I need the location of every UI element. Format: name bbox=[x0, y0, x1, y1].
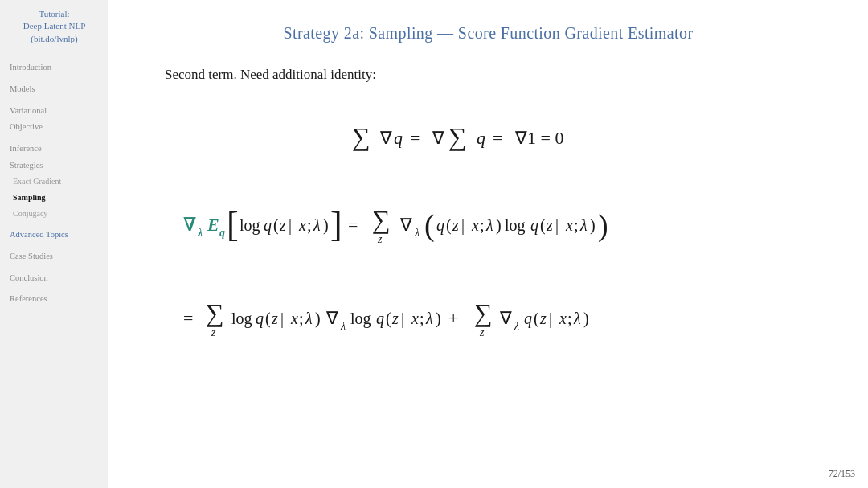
equation-1: ∑ ∇ q = ∇ ∑ q = ∇1 = 0 bbox=[149, 113, 828, 166]
equation-3: = ∑ z log q ( z | x ; λ ) ∇ λ log q ( z … bbox=[149, 288, 828, 352]
svg-text:λ: λ bbox=[414, 227, 420, 239]
svg-text:(: ( bbox=[273, 216, 279, 235]
svg-text:λ: λ bbox=[197, 227, 203, 239]
svg-text:log: log bbox=[350, 310, 371, 328]
svg-text:(: ( bbox=[534, 310, 539, 328]
sidebar-title: Tutorial: Deep Latent NLP (bit.do/lvnlp) bbox=[6, 8, 102, 45]
svg-text:;: ; bbox=[567, 310, 572, 327]
sidebar: Tutorial: Deep Latent NLP (bit.do/lvnlp)… bbox=[0, 0, 108, 488]
svg-text:z: z bbox=[271, 310, 278, 327]
svg-text:): ) bbox=[315, 310, 321, 328]
svg-text:∑: ∑ bbox=[474, 298, 493, 327]
sidebar-item-sampling[interactable]: Sampling bbox=[6, 190, 102, 206]
svg-text:∇1 = 0: ∇1 = 0 bbox=[514, 128, 563, 148]
svg-text:q: q bbox=[524, 310, 532, 328]
svg-text:|: | bbox=[401, 310, 404, 328]
svg-text:;: ; bbox=[307, 216, 312, 234]
svg-text:q: q bbox=[256, 310, 264, 328]
svg-text:=: = bbox=[410, 128, 420, 148]
svg-text:∇: ∇ bbox=[183, 215, 196, 235]
sidebar-item-models[interactable]: Models bbox=[6, 81, 102, 98]
svg-text:z: z bbox=[391, 310, 399, 327]
svg-text:∑: ∑ bbox=[206, 298, 224, 327]
svg-text:): ) bbox=[590, 216, 596, 235]
svg-text:λ: λ bbox=[514, 320, 519, 332]
svg-text:q: q bbox=[394, 128, 403, 148]
svg-text:λ: λ bbox=[485, 216, 493, 234]
svg-text:;: ; bbox=[420, 310, 424, 327]
svg-text:q: q bbox=[264, 216, 272, 235]
svg-text:q: q bbox=[219, 227, 225, 239]
svg-text:λ: λ bbox=[340, 320, 346, 332]
svg-text:(: ( bbox=[265, 310, 271, 328]
svg-text:]: ] bbox=[330, 205, 342, 244]
sidebar-item-variational[interactable]: Variational bbox=[6, 103, 102, 120]
page-indicator: 72/153 bbox=[829, 468, 855, 480]
svg-text:x: x bbox=[559, 310, 567, 327]
svg-text:|: | bbox=[289, 216, 292, 235]
svg-text:|: | bbox=[280, 310, 284, 328]
svg-text:∇: ∇ bbox=[326, 308, 338, 328]
svg-text:q: q bbox=[436, 216, 444, 235]
sidebar-item-case-studies[interactable]: Case Studies bbox=[6, 248, 102, 265]
sidebar-item-conclusion[interactable]: Conclusion bbox=[6, 270, 102, 287]
sidebar-item-objective[interactable]: Objective bbox=[6, 119, 102, 136]
svg-text:λ: λ bbox=[425, 310, 433, 327]
svg-text:z: z bbox=[546, 216, 553, 234]
svg-text:λ: λ bbox=[313, 216, 321, 234]
svg-text:q: q bbox=[376, 310, 384, 328]
sidebar-title-line1: Tutorial: bbox=[39, 9, 69, 18]
svg-text:z: z bbox=[279, 216, 286, 234]
svg-text:): ) bbox=[323, 216, 329, 235]
svg-text:z: z bbox=[452, 216, 459, 234]
sidebar-item-exact-gradient[interactable]: Exact Gradient bbox=[6, 174, 102, 190]
svg-text:(: ( bbox=[386, 310, 391, 328]
svg-text:∇: ∇ bbox=[499, 308, 512, 328]
svg-text:q: q bbox=[477, 128, 485, 148]
svg-text:;: ; bbox=[480, 216, 485, 234]
sidebar-item-inference[interactable]: Inference bbox=[6, 141, 102, 158]
main-content: Strategy 2a: Sampling — Score Function G… bbox=[108, 0, 868, 488]
svg-text:z: z bbox=[479, 326, 485, 338]
svg-text:∇: ∇ bbox=[399, 215, 412, 235]
sidebar-item-strategies[interactable]: Strategies bbox=[6, 158, 102, 174]
svg-text:[: [ bbox=[227, 205, 239, 244]
slide-title: Strategy 2a: Sampling — Score Function G… bbox=[149, 24, 828, 43]
svg-text:=: = bbox=[493, 128, 502, 148]
svg-text:;: ; bbox=[574, 216, 579, 234]
svg-text:x: x bbox=[298, 216, 306, 234]
svg-text:q: q bbox=[530, 216, 538, 235]
svg-text:log: log bbox=[231, 310, 252, 328]
svg-text:): ) bbox=[583, 310, 589, 328]
svg-text:+: + bbox=[448, 308, 458, 328]
svg-text:|: | bbox=[549, 310, 552, 328]
svg-text:|: | bbox=[555, 216, 559, 235]
sidebar-title-line2: Deep Latent NLP bbox=[23, 21, 86, 31]
svg-text:z: z bbox=[211, 326, 216, 338]
sidebar-title-line3: (bit.do/lvnlp) bbox=[31, 34, 77, 43]
svg-text:λ: λ bbox=[305, 310, 313, 327]
equation-1-svg: ∑ ∇ q = ∇ ∑ q = ∇1 = 0 bbox=[336, 113, 641, 162]
svg-text:z: z bbox=[539, 310, 547, 327]
svg-text:): ) bbox=[436, 310, 441, 328]
intro-text: Second term. Need additional identity: bbox=[165, 67, 828, 83]
sidebar-item-advanced-topics[interactable]: Advanced Topics bbox=[6, 227, 102, 244]
svg-text:log: log bbox=[505, 216, 526, 235]
svg-text:λ: λ bbox=[573, 310, 581, 327]
sidebar-item-references[interactable]: References bbox=[6, 291, 102, 308]
svg-text:(: ( bbox=[540, 216, 546, 235]
sidebar-item-conjugacy[interactable]: Conjugacy bbox=[6, 206, 102, 222]
svg-text:(: ( bbox=[446, 216, 452, 235]
svg-text:E: E bbox=[207, 215, 219, 235]
svg-text:): ) bbox=[496, 216, 502, 235]
svg-text:x: x bbox=[290, 310, 298, 327]
sidebar-item-introduction[interactable]: Introduction bbox=[6, 59, 102, 76]
svg-text:): ) bbox=[598, 208, 608, 243]
svg-text:z: z bbox=[377, 233, 383, 245]
svg-text:=: = bbox=[348, 215, 358, 235]
svg-text:∑: ∑ bbox=[372, 205, 391, 234]
svg-text:∑: ∑ bbox=[352, 122, 371, 151]
svg-text:=: = bbox=[183, 308, 193, 328]
svg-text:x: x bbox=[565, 216, 573, 234]
svg-text:x: x bbox=[471, 216, 479, 234]
